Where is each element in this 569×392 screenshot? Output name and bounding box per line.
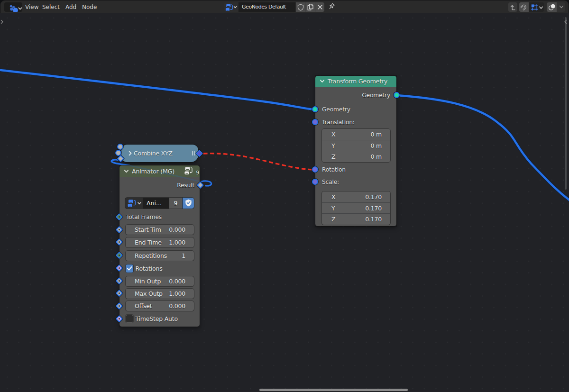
field-label: X [331, 131, 335, 138]
node-transform-geometry[interactable]: Transform Geometry Geometry Geometry Tra… [315, 76, 396, 226]
sidebar-toggle-left-icon[interactable] [0, 19, 4, 25]
field-value: 1 [182, 252, 185, 259]
editor-header: View Select Add Node GeoNodes Default [0, 0, 569, 13]
chevron-down-icon [138, 202, 141, 204]
socket-field-dot [118, 216, 120, 218]
scale-z-field[interactable]: Z0.170 [322, 213, 390, 224]
socket-rotation-input[interactable] [312, 166, 318, 173]
vertical-scrollbar[interactable] [565, 17, 567, 190]
field-label: Y [331, 205, 335, 212]
node-group-browse-dropdown[interactable] [125, 198, 143, 209]
input-label-scale: Scale: [322, 179, 339, 185]
shield-check-icon [185, 199, 192, 207]
menu-node[interactable]: Node [82, 0, 97, 13]
overlap-toggle[interactable] [547, 2, 557, 12]
rotations-checkbox-row[interactable]: Rotations [126, 264, 163, 273]
node-header-animator[interactable]: Animator (MG) 9 [119, 165, 200, 177]
link-output-geometry-stroke [397, 95, 569, 202]
field-value: 1.000 [169, 239, 185, 246]
node-group-name-field[interactable]: Ani... [143, 198, 169, 209]
node-header-transform-geometry[interactable]: Transform Geometry [315, 76, 396, 87]
link-input-geometry[interactable] [0, 70, 315, 109]
start-time-field[interactable]: Start Tim0.000 [126, 225, 194, 235]
node-tree-name-field[interactable]: GeoNodes Default [239, 2, 295, 12]
scale-x-field[interactable]: X0.170 [322, 191, 390, 202]
node-links-layer [0, 13, 569, 392]
node-combine-xyz[interactable]: Combine XYZ [121, 145, 198, 162]
socket-field-dot [118, 267, 120, 270]
unlink-node-tree-button[interactable] [315, 2, 324, 12]
link-invalid-red[interactable] [203, 154, 314, 170]
scale-y-field[interactable]: Y0.170 [322, 202, 390, 213]
parent-up-arrow-icon [509, 4, 516, 11]
node-title: Combine XYZ [134, 150, 198, 157]
check-icon [126, 264, 134, 273]
snap-mode-dropdown[interactable] [529, 2, 544, 12]
collapse-chevron-icon[interactable] [123, 168, 129, 174]
field-value: 0 m [370, 131, 382, 138]
overlap-options-dropdown[interactable] [557, 2, 565, 12]
field-value: 0.170 [365, 216, 382, 223]
snap-grid-icon [529, 2, 544, 12]
translation-z-field[interactable]: Z0 m [322, 151, 390, 162]
translation-x-field[interactable]: X0 m [322, 129, 390, 140]
menu-view[interactable]: View [25, 0, 38, 13]
field-value: 0 m [370, 142, 382, 149]
field-label: End Time [135, 239, 162, 246]
node-tree-selector-dropdown[interactable] [224, 2, 238, 12]
end-time-field[interactable]: End Time1.000 [126, 237, 194, 247]
pin-toggle[interactable] [327, 2, 336, 12]
collapse-chevron-icon[interactable] [319, 78, 325, 84]
field-label: Min Outp [135, 278, 161, 285]
field-value: 0 m [370, 153, 382, 160]
node-tree-icon [126, 199, 142, 208]
chevron-down-icon [234, 7, 237, 8]
node-title: Animator (MG) [132, 168, 174, 175]
link-output-geometry[interactable] [397, 95, 569, 202]
fake-user-toggle-on[interactable] [183, 198, 194, 209]
scale-xyz-fields: X0.170 Y0.170 Z0.170 [322, 191, 390, 225]
socket-field-dot [118, 318, 120, 320]
min-output-field[interactable]: Min Outp0.000 [126, 276, 194, 286]
chevron-down-icon [559, 5, 564, 9]
offset-field[interactable]: Offset0.000 [126, 301, 194, 311]
socket-field-dot [118, 305, 120, 307]
socket-geometry-output[interactable] [394, 92, 400, 98]
checkbox-unchecked[interactable] [126, 315, 134, 323]
socket-field-dot [118, 228, 120, 231]
node-tree-icon [224, 2, 238, 12]
socket-field-dot [118, 280, 120, 282]
repetitions-field[interactable]: Repetitions1 [126, 251, 194, 261]
link-input-geometry-stroke [0, 70, 315, 109]
translation-y-field[interactable]: Y0 m [322, 140, 390, 151]
menu-add[interactable]: Add [65, 0, 76, 13]
overlapping-circles-icon [548, 3, 556, 11]
shield-icon [297, 4, 304, 11]
node-animator-mg[interactable]: Animator (MG) 9 Result Ani... 9 [119, 165, 200, 327]
field-label: Z [331, 153, 335, 160]
field-label: Offset [135, 302, 152, 310]
blender-node-editor: { "colors": { "wire_blue": "#2471ea", "w… [0, 0, 569, 392]
sidebar-toggle-right-icon[interactable] [564, 19, 568, 25]
expand-chevron-icon[interactable] [127, 150, 133, 156]
timestep-auto-checkbox-row[interactable]: TimeStep Auto [126, 315, 178, 323]
field-label: Z [331, 216, 335, 223]
input-label-geometry: Geometry [322, 106, 350, 113]
new-node-tree-button[interactable] [305, 2, 315, 12]
checkbox-label: TimeStep Auto [136, 315, 178, 322]
socket-translation-input[interactable] [312, 119, 318, 125]
field-value: 1.000 [169, 290, 185, 297]
field-value: 0.000 [169, 226, 185, 233]
node-editor-canvas[interactable]: Transform Geometry Geometry Geometry Tra… [0, 13, 569, 392]
max-output-field[interactable]: Max Outp1.000 [126, 289, 194, 299]
fake-user-toggle[interactable] [296, 2, 305, 12]
go-to-parent-tree-button[interactable] [508, 2, 517, 12]
checkbox-checked[interactable] [126, 264, 134, 273]
horizontal-scrollbar[interactable] [259, 389, 408, 391]
checkbox-label: Rotations [136, 265, 163, 272]
socket-geometry-input[interactable] [312, 106, 318, 112]
snap-toggle[interactable] [519, 2, 529, 12]
menu-select[interactable]: Select [42, 0, 60, 13]
node-group-users-button[interactable]: 9 [169, 198, 182, 209]
wire-behind-node-hint [0, 13, 569, 392]
